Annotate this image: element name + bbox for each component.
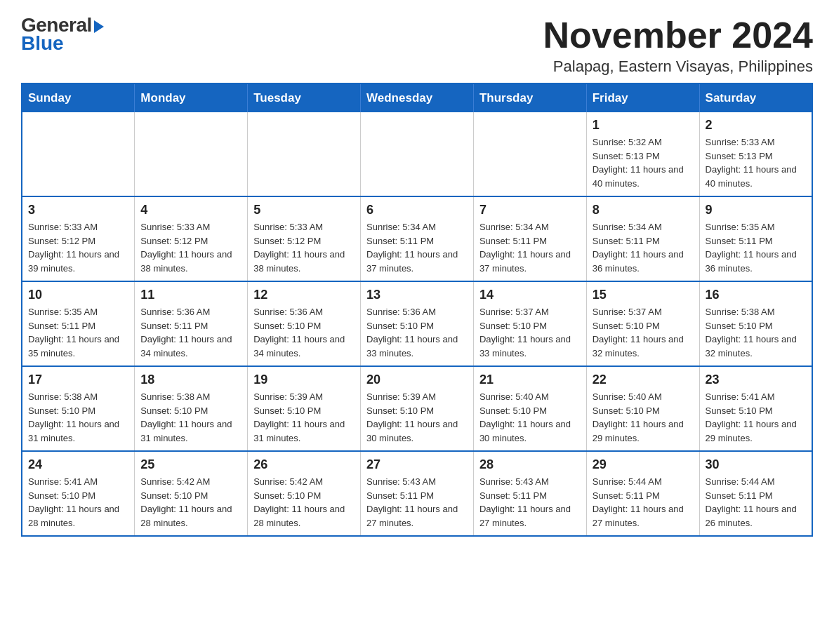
day-info: Sunrise: 5:35 AM Sunset: 5:11 PM Dayligh…: [706, 220, 806, 275]
day-number: 30: [706, 457, 806, 472]
calendar-cell: 10Sunrise: 5:35 AM Sunset: 5:11 PM Dayli…: [22, 281, 135, 366]
page-header: General Blue November 2024 Palapag, East…: [21, 14, 813, 76]
day-info: Sunrise: 5:38 AM Sunset: 5:10 PM Dayligh…: [706, 305, 806, 360]
day-number: 12: [253, 288, 355, 302]
day-info: Sunrise: 5:42 AM Sunset: 5:10 PM Dayligh…: [140, 475, 241, 530]
calendar-cell: 16Sunrise: 5:38 AM Sunset: 5:10 PM Dayli…: [699, 281, 812, 366]
calendar-body: 1Sunrise: 5:32 AM Sunset: 5:13 PM Daylig…: [22, 112, 812, 536]
day-info: Sunrise: 5:34 AM Sunset: 5:11 PM Dayligh…: [366, 220, 468, 275]
calendar-cell: 24Sunrise: 5:41 AM Sunset: 5:10 PM Dayli…: [22, 451, 135, 536]
location-title: Palapag, Eastern Visayas, Philippines: [543, 58, 813, 76]
day-number: 21: [479, 373, 581, 387]
day-info: Sunrise: 5:38 AM Sunset: 5:10 PM Dayligh…: [140, 390, 241, 445]
day-number: 28: [479, 457, 581, 472]
day-info: Sunrise: 5:38 AM Sunset: 5:10 PM Dayligh…: [28, 390, 128, 445]
day-info: Sunrise: 5:44 AM Sunset: 5:11 PM Dayligh…: [706, 475, 806, 530]
logo: General Blue: [21, 14, 104, 55]
calendar-week-4: 17Sunrise: 5:38 AM Sunset: 5:10 PM Dayli…: [22, 366, 812, 451]
calendar-cell: 15Sunrise: 5:37 AM Sunset: 5:10 PM Dayli…: [586, 281, 699, 366]
day-number: 22: [593, 373, 694, 387]
calendar-cell: 13Sunrise: 5:36 AM Sunset: 5:10 PM Dayli…: [361, 281, 474, 366]
header-row: SundayMondayTuesdayWednesdayThursdayFrid…: [22, 83, 812, 112]
day-info: Sunrise: 5:33 AM Sunset: 5:13 PM Dayligh…: [706, 135, 806, 190]
day-info: Sunrise: 5:33 AM Sunset: 5:12 PM Dayligh…: [140, 220, 241, 275]
day-number: 23: [706, 373, 806, 387]
calendar-cell: 14Sunrise: 5:37 AM Sunset: 5:10 PM Dayli…: [473, 281, 586, 366]
day-number: 29: [593, 457, 694, 472]
day-info: Sunrise: 5:34 AM Sunset: 5:11 PM Dayligh…: [593, 220, 694, 275]
day-info: Sunrise: 5:33 AM Sunset: 5:12 PM Dayligh…: [28, 220, 128, 275]
calendar-cell: 28Sunrise: 5:43 AM Sunset: 5:11 PM Dayli…: [473, 451, 586, 536]
day-number: 19: [253, 373, 355, 387]
calendar-cell: 22Sunrise: 5:40 AM Sunset: 5:10 PM Dayli…: [586, 366, 699, 451]
calendar-cell: 29Sunrise: 5:44 AM Sunset: 5:11 PM Dayli…: [586, 451, 699, 536]
day-info: Sunrise: 5:36 AM Sunset: 5:10 PM Dayligh…: [366, 305, 468, 360]
calendar-cell: 2Sunrise: 5:33 AM Sunset: 5:13 PM Daylig…: [699, 112, 812, 196]
calendar-cell: [22, 112, 135, 196]
day-number: 25: [140, 457, 241, 472]
day-number: 17: [28, 373, 128, 387]
calendar-cell: 25Sunrise: 5:42 AM Sunset: 5:10 PM Dayli…: [135, 451, 248, 536]
day-info: Sunrise: 5:40 AM Sunset: 5:10 PM Dayligh…: [593, 390, 694, 445]
header-day-monday: Monday: [135, 83, 248, 112]
title-area: November 2024 Palapag, Eastern Visayas, …: [543, 14, 813, 76]
day-number: 15: [593, 288, 694, 302]
day-number: 11: [140, 288, 241, 302]
day-number: 1: [593, 118, 694, 133]
calendar-week-2: 3Sunrise: 5:33 AM Sunset: 5:12 PM Daylig…: [22, 196, 812, 281]
calendar-cell: 5Sunrise: 5:33 AM Sunset: 5:12 PM Daylig…: [248, 196, 361, 281]
day-number: 3: [28, 203, 128, 217]
day-info: Sunrise: 5:36 AM Sunset: 5:10 PM Dayligh…: [253, 305, 355, 360]
calendar-cell: 12Sunrise: 5:36 AM Sunset: 5:10 PM Dayli…: [248, 281, 361, 366]
day-info: Sunrise: 5:33 AM Sunset: 5:12 PM Dayligh…: [253, 220, 355, 275]
day-info: Sunrise: 5:32 AM Sunset: 5:13 PM Dayligh…: [593, 135, 694, 190]
calendar-cell: [473, 112, 586, 196]
day-number: 10: [28, 288, 128, 302]
day-info: Sunrise: 5:43 AM Sunset: 5:11 PM Dayligh…: [479, 475, 581, 530]
day-number: 26: [253, 457, 355, 472]
day-info: Sunrise: 5:35 AM Sunset: 5:11 PM Dayligh…: [28, 305, 128, 360]
calendar-cell: 6Sunrise: 5:34 AM Sunset: 5:11 PM Daylig…: [361, 196, 474, 281]
calendar-cell: 1Sunrise: 5:32 AM Sunset: 5:13 PM Daylig…: [586, 112, 699, 196]
day-info: Sunrise: 5:39 AM Sunset: 5:10 PM Dayligh…: [253, 390, 355, 445]
day-info: Sunrise: 5:39 AM Sunset: 5:10 PM Dayligh…: [366, 390, 468, 445]
calendar-cell: 19Sunrise: 5:39 AM Sunset: 5:10 PM Dayli…: [248, 366, 361, 451]
header-day-friday: Friday: [586, 83, 699, 112]
calendar-cell: 27Sunrise: 5:43 AM Sunset: 5:11 PM Dayli…: [361, 451, 474, 536]
day-info: Sunrise: 5:44 AM Sunset: 5:11 PM Dayligh…: [593, 475, 694, 530]
day-number: 2: [706, 118, 806, 133]
calendar-header: SundayMondayTuesdayWednesdayThursdayFrid…: [22, 83, 812, 112]
day-info: Sunrise: 5:34 AM Sunset: 5:11 PM Dayligh…: [479, 220, 581, 275]
day-number: 4: [140, 203, 241, 217]
day-number: 14: [479, 288, 581, 302]
day-number: 24: [28, 457, 128, 472]
calendar-week-5: 24Sunrise: 5:41 AM Sunset: 5:10 PM Dayli…: [22, 451, 812, 536]
header-day-sunday: Sunday: [22, 83, 135, 112]
calendar-week-1: 1Sunrise: 5:32 AM Sunset: 5:13 PM Daylig…: [22, 112, 812, 196]
day-number: 7: [479, 203, 581, 217]
day-number: 13: [366, 288, 468, 302]
day-info: Sunrise: 5:41 AM Sunset: 5:10 PM Dayligh…: [706, 390, 806, 445]
calendar-cell: 8Sunrise: 5:34 AM Sunset: 5:11 PM Daylig…: [586, 196, 699, 281]
calendar-week-3: 10Sunrise: 5:35 AM Sunset: 5:11 PM Dayli…: [22, 281, 812, 366]
day-number: 6: [366, 203, 468, 217]
header-day-wednesday: Wednesday: [361, 83, 474, 112]
calendar-cell: 9Sunrise: 5:35 AM Sunset: 5:11 PM Daylig…: [699, 196, 812, 281]
day-number: 16: [706, 288, 806, 302]
calendar-cell: 11Sunrise: 5:36 AM Sunset: 5:11 PM Dayli…: [135, 281, 248, 366]
header-day-thursday: Thursday: [473, 83, 586, 112]
calendar-table: SundayMondayTuesdayWednesdayThursdayFrid…: [21, 83, 813, 537]
day-info: Sunrise: 5:37 AM Sunset: 5:10 PM Dayligh…: [593, 305, 694, 360]
calendar-cell: 23Sunrise: 5:41 AM Sunset: 5:10 PM Dayli…: [699, 366, 812, 451]
calendar-cell: 17Sunrise: 5:38 AM Sunset: 5:10 PM Dayli…: [22, 366, 135, 451]
header-day-tuesday: Tuesday: [248, 83, 361, 112]
day-number: 27: [366, 457, 468, 472]
calendar-cell: 26Sunrise: 5:42 AM Sunset: 5:10 PM Dayli…: [248, 451, 361, 536]
day-info: Sunrise: 5:42 AM Sunset: 5:10 PM Dayligh…: [253, 475, 355, 530]
day-number: 20: [366, 373, 468, 387]
calendar-cell: 7Sunrise: 5:34 AM Sunset: 5:11 PM Daylig…: [473, 196, 586, 281]
month-title: November 2024: [543, 14, 813, 56]
day-info: Sunrise: 5:36 AM Sunset: 5:11 PM Dayligh…: [140, 305, 241, 360]
day-number: 9: [706, 203, 806, 217]
day-info: Sunrise: 5:41 AM Sunset: 5:10 PM Dayligh…: [28, 475, 128, 530]
